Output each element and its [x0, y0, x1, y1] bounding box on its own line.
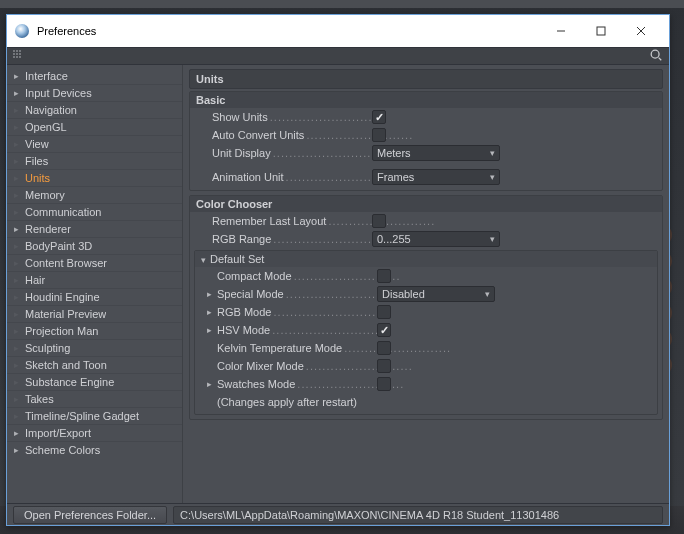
sidebar-item-opengl[interactable]: OpenGL: [7, 118, 182, 135]
svg-point-4: [651, 50, 659, 58]
compact-mode-label: Compact Mode: [217, 270, 292, 282]
sidebar-item-import-export[interactable]: Import/Export: [7, 424, 182, 441]
group-color-chooser-head[interactable]: Color Chooser: [190, 196, 662, 212]
open-preferences-folder-button[interactable]: Open Preferences Folder...: [13, 506, 167, 524]
chevron-right-icon: [11, 156, 21, 166]
chevron-right-icon: [11, 122, 21, 132]
sidebar-item-files[interactable]: Files: [7, 152, 182, 169]
sidebar-item-memory[interactable]: Memory: [7, 186, 182, 203]
sidebar-item-label: Material Preview: [25, 308, 106, 320]
rgb-mode-checkbox[interactable]: [377, 305, 391, 319]
chevron-right-icon: [11, 292, 21, 302]
hsv-mode-label: HSV Mode: [217, 324, 270, 336]
sidebar-item-label: Navigation: [25, 104, 77, 116]
show-units-label: Show Units: [212, 111, 268, 123]
footer: Open Preferences Folder... C:\Users\ML\A…: [7, 503, 669, 525]
sidebar-item-timeline-spline-gadget[interactable]: Timeline/Spline Gadget: [7, 407, 182, 424]
grip-handle-icon[interactable]: [13, 50, 25, 62]
remember-layout-checkbox[interactable]: [372, 214, 386, 228]
animation-unit-label: Animation Unit: [212, 171, 284, 183]
sidebar-item-label: View: [25, 138, 49, 150]
chevron-right-icon[interactable]: [207, 307, 217, 317]
sidebar-item-label: Units: [25, 172, 50, 184]
auto-convert-checkbox[interactable]: [372, 128, 386, 142]
sidebar-item-view[interactable]: View: [7, 135, 182, 152]
sidebar-item-takes[interactable]: Takes: [7, 390, 182, 407]
color-mixer-mode-checkbox[interactable]: [377, 359, 391, 373]
window-title: Preferences: [37, 25, 96, 37]
unit-display-label: Unit Display: [212, 147, 271, 159]
sidebar-item-label: Communication: [25, 206, 101, 218]
titlebar[interactable]: Preferences: [7, 15, 669, 47]
swatches-mode-checkbox[interactable]: [377, 377, 391, 391]
chevron-right-icon: [11, 105, 21, 115]
sidebar-item-navigation[interactable]: Navigation: [7, 101, 182, 118]
sidebar-item-input-devices[interactable]: Input Devices: [7, 84, 182, 101]
search-icon[interactable]: [649, 48, 663, 64]
sidebar-item-label: Projection Man: [25, 325, 98, 337]
auto-convert-label: Auto Convert Units: [212, 129, 304, 141]
animation-unit-dropdown[interactable]: Frames▾: [372, 169, 500, 185]
special-mode-label: Special Mode: [217, 288, 284, 300]
sidebar-item-sculpting[interactable]: Sculpting: [7, 339, 182, 356]
close-button[interactable]: [621, 15, 661, 47]
sidebar-item-label: Hair: [25, 274, 45, 286]
sidebar-item-renderer[interactable]: Renderer: [7, 220, 182, 237]
chevron-right-icon: [11, 258, 21, 268]
sidebar-item-label: Timeline/Spline Gadget: [25, 410, 139, 422]
show-units-checkbox[interactable]: [372, 110, 386, 124]
chevron-right-icon: [11, 173, 21, 183]
rgb-range-dropdown[interactable]: 0...255▾: [372, 231, 500, 247]
sidebar-item-label: Renderer: [25, 223, 71, 235]
sidebar-item-hair[interactable]: Hair: [7, 271, 182, 288]
sidebar-item-label: Import/Export: [25, 427, 91, 439]
sidebar-item-material-preview[interactable]: Material Preview: [7, 305, 182, 322]
sidebar-item-interface[interactable]: Interface: [7, 67, 182, 84]
sidebar-item-communication[interactable]: Communication: [7, 203, 182, 220]
chevron-right-icon[interactable]: [207, 379, 217, 389]
special-mode-dropdown[interactable]: Disabled▾: [377, 286, 495, 302]
unit-display-dropdown[interactable]: Meters▾: [372, 145, 500, 161]
settings-panel: Units Basic Show Units Auto Convert Unit…: [183, 65, 669, 503]
group-color-chooser: Color Chooser Remember Last Layout RGB R…: [189, 195, 663, 420]
color-mixer-mode-label: Color Mixer Mode: [217, 360, 304, 372]
rgb-range-label: RGB Range: [212, 233, 271, 245]
sidebar[interactable]: InterfaceInput DevicesNavigationOpenGLVi…: [7, 65, 183, 503]
chevron-right-icon: [11, 377, 21, 387]
svg-line-5: [659, 58, 662, 61]
compact-mode-checkbox[interactable]: [377, 269, 391, 283]
chevron-right-icon[interactable]: [207, 289, 217, 299]
sidebar-item-content-browser[interactable]: Content Browser: [7, 254, 182, 271]
chevron-right-icon: [11, 309, 21, 319]
sidebar-item-label: Sculpting: [25, 342, 70, 354]
chevron-right-icon: [11, 139, 21, 149]
kelvin-mode-checkbox[interactable]: [377, 341, 391, 355]
sidebar-item-label: Interface: [25, 70, 68, 82]
chevron-right-icon: [11, 207, 21, 217]
chevron-right-icon: [11, 343, 21, 353]
maximize-button[interactable]: [581, 15, 621, 47]
group-default-set-head[interactable]: Default Set: [195, 251, 657, 267]
sidebar-item-label: OpenGL: [25, 121, 67, 133]
chevron-down-icon: [201, 253, 206, 265]
kelvin-mode-label: Kelvin Temperature Mode: [217, 342, 342, 354]
chevron-right-icon: [11, 88, 21, 98]
chevron-right-icon: [11, 190, 21, 200]
group-basic-head[interactable]: Basic: [190, 92, 662, 108]
sidebar-item-scheme-colors[interactable]: Scheme Colors: [7, 441, 182, 458]
sidebar-item-projection-man[interactable]: Projection Man: [7, 322, 182, 339]
chevron-right-icon: [11, 275, 21, 285]
preferences-path-field[interactable]: C:\Users\ML\AppData\Roaming\MAXON\CINEMA…: [173, 506, 663, 524]
chevron-right-icon: [11, 428, 21, 438]
sidebar-item-bodypaint-3d[interactable]: BodyPaint 3D: [7, 237, 182, 254]
sidebar-item-sketch-and-toon[interactable]: Sketch and Toon: [7, 356, 182, 373]
sidebar-item-label: Substance Engine: [25, 376, 114, 388]
chevron-right-icon[interactable]: [207, 325, 217, 335]
minimize-button[interactable]: [541, 15, 581, 47]
sidebar-item-houdini-engine[interactable]: Houdini Engine: [7, 288, 182, 305]
sidebar-item-label: Houdini Engine: [25, 291, 100, 303]
sidebar-item-substance-engine[interactable]: Substance Engine: [7, 373, 182, 390]
toolbar: [7, 47, 669, 65]
sidebar-item-units[interactable]: Units: [7, 169, 182, 186]
hsv-mode-checkbox[interactable]: [377, 323, 391, 337]
